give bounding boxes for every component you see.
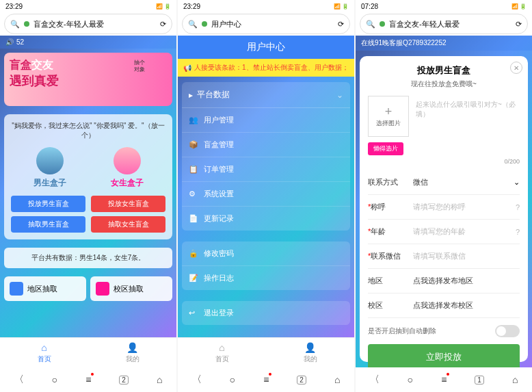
row-name[interactable]: *称呼 请填写您的称呼 ? bbox=[368, 195, 520, 220]
put-modal: ✕ 投放男生盲盒 现在往投放盒免费哦~ + 选择图片 起来说点什么吸引吸引对方~… bbox=[360, 56, 528, 362]
search-icon: 🔍 bbox=[366, 20, 375, 29]
user-icon: 👤 bbox=[127, 342, 138, 353]
pick-row: 地区抽取 校区抽取 bbox=[4, 276, 172, 301]
phone-1: 23:29 📶 🔋 🔍 盲盒交友-年轻人最爱 ⟳ 🔊 52 盲盒交友 遇到真爱 … bbox=[0, 0, 176, 392]
row-school[interactable]: 校区 点我选择发布校区 bbox=[368, 293, 520, 318]
menu-user-manage[interactable]: 👥用户管理 bbox=[182, 108, 350, 133]
stats-bar: 平台共有数据：男生14条，女生7条。 bbox=[4, 248, 172, 268]
tabbar: ⌂首页 👤我的 bbox=[0, 337, 176, 367]
label-name: *称呼 bbox=[368, 202, 406, 212]
notice-bar[interactable]: 🔊 52 bbox=[0, 36, 176, 49]
menu-icon[interactable]: ≡ bbox=[85, 374, 91, 385]
help-icon[interactable]: ? bbox=[516, 228, 520, 236]
draw-female-button[interactable]: 抽取女生盲盒 bbox=[91, 216, 165, 233]
nav-home-icon[interactable]: ⌂ bbox=[512, 374, 518, 385]
urlbar[interactable]: 🔍 用户中心 ⟳ bbox=[182, 14, 350, 34]
menu-update-log[interactable]: 📄更新记录 bbox=[182, 207, 350, 231]
textarea-placeholder[interactable]: 起来说点什么吸引吸引对方~（必填） bbox=[416, 96, 520, 137]
row-contact[interactable]: 联系方式 微信 ⌄ bbox=[368, 170, 520, 195]
tab-home[interactable]: ⌂首页 bbox=[0, 338, 88, 367]
female-box[interactable]: 女生盒子 bbox=[111, 147, 144, 189]
back-icon[interactable]: 〈 bbox=[192, 374, 202, 386]
page-header: 用户中心 bbox=[178, 36, 354, 59]
menu-logout[interactable]: ↩退出登录 bbox=[182, 301, 350, 325]
close-button[interactable]: ✕ bbox=[510, 62, 522, 74]
nav-search-icon[interactable]: ○ bbox=[230, 374, 235, 385]
row-age[interactable]: *年龄 请填写您的年龄 ? bbox=[368, 220, 520, 244]
menu-operation-log[interactable]: 📝操作日志 bbox=[182, 266, 350, 290]
tab-mine[interactable]: 👤我的 bbox=[266, 338, 354, 367]
val-area: 点我选择发布地区 bbox=[413, 276, 520, 286]
time: 07:28 bbox=[361, 3, 378, 10]
modal-subtitle: 现在往投放盒免费哦~ bbox=[368, 79, 520, 89]
tabs-count[interactable]: 1 bbox=[475, 376, 484, 384]
menu-change-password[interactable]: 🔒修改密码 bbox=[182, 241, 350, 266]
service-banner: 在线91晚客服Q2789322252 bbox=[356, 36, 532, 51]
label-school: 校区 bbox=[368, 300, 406, 311]
status-icons: 📶 🔋 bbox=[511, 3, 527, 10]
refresh-icon[interactable]: ⟳ bbox=[160, 20, 166, 29]
tabs-count[interactable]: 2 bbox=[119, 376, 129, 384]
tabs-count[interactable]: 2 bbox=[297, 376, 306, 384]
upload-image[interactable]: + 选择图片 bbox=[368, 96, 409, 137]
secure-icon bbox=[24, 21, 29, 27]
refresh-icon[interactable]: ⟳ bbox=[338, 20, 344, 29]
lazy-pic-button[interactable]: 懒得选片 bbox=[368, 142, 403, 155]
row-wechat[interactable]: *联系微信 请填写联系微信 bbox=[368, 244, 520, 269]
put-female-button[interactable]: 投放女生盲盒 bbox=[91, 196, 165, 212]
menu-icon[interactable]: ≡ bbox=[441, 374, 447, 385]
help-icon[interactable]: ? bbox=[516, 203, 520, 211]
system-nav: 〈 ○ ≡ 2 ⌂ bbox=[0, 367, 176, 392]
female-label: 女生盒子 bbox=[111, 177, 144, 189]
lock-icon: 🔒 bbox=[189, 249, 198, 258]
location-icon bbox=[10, 282, 23, 296]
male-box[interactable]: 男生盒子 bbox=[34, 147, 66, 189]
plus-icon: + bbox=[385, 105, 393, 119]
autodelete-toggle[interactable] bbox=[495, 325, 520, 337]
box-row: 男生盒子 女生盒子 bbox=[11, 147, 165, 189]
nav-search-icon[interactable]: ○ bbox=[408, 374, 413, 385]
school-pick[interactable]: 校区抽取 bbox=[90, 276, 172, 301]
female-avatar-icon bbox=[114, 147, 141, 174]
menu-section-1: ▸ 平台数据⌄ 👥用户管理 📦盲盒管理 📋订单管理 ⚙系统设置 📄更新记录 bbox=[182, 82, 350, 231]
statusbar: 07:28 📶 🔋 bbox=[356, 0, 532, 12]
submit-button[interactable]: 立即投放 bbox=[368, 344, 520, 367]
chevron-down-icon: ⌄ bbox=[336, 90, 343, 100]
menu-order-manage[interactable]: 📋订单管理 bbox=[182, 157, 350, 182]
school-icon bbox=[96, 282, 109, 296]
tab-mine[interactable]: 👤我的 bbox=[88, 338, 176, 367]
back-icon[interactable]: 〈 bbox=[14, 374, 24, 386]
refresh-icon[interactable]: ⟳ bbox=[516, 20, 522, 29]
put-male-button[interactable]: 投放男生盲盒 bbox=[11, 196, 85, 212]
back-icon[interactable]: 〈 bbox=[370, 374, 380, 386]
page-title: 用户中心 bbox=[211, 19, 334, 29]
button-grid: 投放男生盲盒 抽取男生盲盒 投放女生盲盒 抽取女生盲盒 bbox=[11, 196, 165, 233]
row-area[interactable]: 地区 点我选择发布地区 bbox=[368, 269, 520, 293]
menu-system-settings[interactable]: ⚙系统设置 bbox=[182, 182, 350, 207]
search-icon: 🔍 bbox=[188, 20, 198, 29]
tab-home[interactable]: ⌂首页 bbox=[178, 338, 266, 367]
ph-age: 请填写您的年龄 bbox=[413, 226, 509, 237]
area-pick[interactable]: 地区抽取 bbox=[4, 276, 86, 301]
val-school: 点我选择发布校区 bbox=[413, 300, 520, 311]
menu-box-manage[interactable]: 📦盲盒管理 bbox=[182, 133, 350, 157]
menu-icon[interactable]: ≡ bbox=[263, 374, 269, 385]
system-nav: 〈 ○ ≡ 1 ⌂ bbox=[356, 367, 532, 392]
urlbar[interactable]: 🔍 盲盒交友-年轻人最爱 ⟳ bbox=[360, 14, 528, 34]
hero-banner[interactable]: 盲盒交友 遇到真爱 抽个对象 bbox=[4, 53, 172, 106]
urlbar[interactable]: 🔍 盲盒交友-年轻人最爱 ⟳ bbox=[4, 14, 172, 34]
male-avatar-icon bbox=[36, 147, 64, 174]
nav-home-icon[interactable]: ⌂ bbox=[157, 374, 162, 385]
section-head[interactable]: ▸ 平台数据⌄ bbox=[182, 82, 350, 108]
upload-row: + 选择图片 起来说点什么吸引吸引对方~（必填） bbox=[368, 96, 520, 137]
male-label: 男生盒子 bbox=[34, 177, 66, 189]
modal-title: 投放男生盲盒 bbox=[368, 64, 520, 77]
draw-male-button[interactable]: 抽取男生盲盒 bbox=[11, 216, 85, 233]
menu-section-2: 🔒修改密码 📝操作日志 bbox=[182, 241, 350, 290]
nav-home-icon[interactable]: ⌂ bbox=[334, 374, 340, 385]
nav-search-icon[interactable]: ○ bbox=[52, 374, 57, 385]
hero-sub: 抽个对象 bbox=[134, 60, 145, 73]
char-counter: 0/200 bbox=[368, 158, 520, 165]
status-icons: 📶 🔋 bbox=[334, 3, 349, 10]
user-icon: 👤 bbox=[304, 342, 316, 353]
